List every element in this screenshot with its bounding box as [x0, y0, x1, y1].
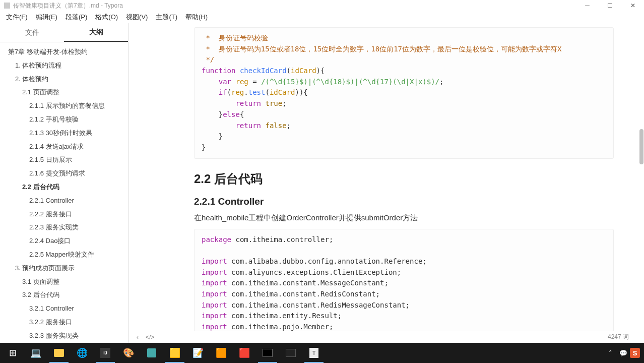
code-method: test: [248, 88, 266, 96]
heading-3[interactable]: 2.2.1 Controller: [194, 196, 614, 207]
back-icon[interactable]: ‹: [137, 334, 139, 341]
menu-edit[interactable]: 编辑(E): [32, 12, 61, 23]
taskbar-chrome[interactable]: 🌐: [71, 343, 94, 363]
code-block-java[interactable]: package com.itheima.controller; import c…: [194, 229, 614, 343]
status-bar: ‹ </> 4247 词: [128, 331, 644, 343]
outline-item[interactable]: 2.2.1 Controller: [0, 194, 128, 208]
source-code-icon[interactable]: </>: [146, 334, 154, 341]
tray-ime-icon[interactable]: S: [630, 348, 640, 358]
sidebar-tab-file[interactable]: 文件: [0, 24, 64, 41]
outline-item[interactable]: 2.1.3 30秒倒计时效果: [0, 127, 128, 140]
outline-item[interactable]: 2.2.3 服务实现类: [0, 221, 128, 234]
code-keyword: return: [235, 99, 261, 107]
scrollbar-thumb[interactable]: [639, 129, 643, 164]
code-bool: false: [265, 122, 286, 130]
outline-item[interactable]: 2. 体检预约: [0, 73, 128, 86]
app-icon: [4, 3, 10, 9]
sidebar-tabs: 文件 大纲: [0, 23, 128, 42]
outline-item[interactable]: 2.1.4 发送ajax请求: [0, 140, 128, 154]
window-titlebar: 传智健康项目讲义（第7章）.md - Typora ─ ☐ ✕: [0, 0, 644, 11]
code-keyword: if: [219, 88, 227, 96]
close-button[interactable]: ✕: [621, 0, 644, 11]
taskbar-editplus[interactable]: 🟧: [210, 343, 233, 363]
taskbar-idea[interactable]: IJ: [94, 343, 117, 363]
code-regex: /(^\d{15}$)|(^\d{18}$)|(^\d{17}(\d|X|x)$…: [261, 78, 439, 86]
minimize-button[interactable]: ─: [576, 0, 599, 11]
menu-view[interactable]: 视图(V): [122, 12, 152, 23]
menu-help[interactable]: 帮助(H): [181, 12, 212, 23]
heading-2[interactable]: 2.2 后台代码: [194, 171, 614, 187]
code-var: reg: [235, 78, 248, 86]
outline-item[interactable]: 3.2.3 服务实现类: [0, 329, 128, 343]
menu-format[interactable]: 格式(O): [91, 12, 122, 23]
outline-item[interactable]: 1. 体检预约流程: [0, 59, 128, 73]
window-title: 传智健康项目讲义（第7章）.md - Typora: [13, 2, 576, 10]
code-comment: * 身份证号码为15位或者18位，15位时全为数字，18位前17位为数字，最后一…: [202, 45, 561, 53]
sidebar-tab-outline[interactable]: 大纲: [64, 24, 128, 42]
system-tray: ˄ 💬 S: [604, 343, 644, 363]
taskbar-wm[interactable]: [279, 343, 302, 363]
outline-item[interactable]: 2.2 后台代码: [0, 180, 128, 194]
outline-item[interactable]: 2.1.6 提交预约请求: [0, 167, 128, 180]
tray-action-center-icon[interactable]: 💬: [617, 343, 630, 363]
start-button[interactable]: ⊞: [1, 343, 24, 363]
taskbar-xshell[interactable]: 🟨: [163, 343, 186, 363]
code-keyword: function: [202, 67, 235, 75]
code-block-js[interactable]: * 身份证号码校验 * 身份证号码为15位或者18位，15位时全为数字，18位前…: [194, 27, 614, 159]
code-fn-name: checkIdCard: [240, 67, 287, 75]
outline-item[interactable]: 第7章 移动端开发-体检预约: [0, 45, 128, 59]
menu-theme[interactable]: 主题(T): [152, 12, 181, 23]
tray-chevron-up-icon[interactable]: ˄: [604, 343, 617, 363]
taskbar-paint[interactable]: 🎨: [117, 343, 140, 363]
outline-item[interactable]: 3. 预约成功页面展示: [0, 262, 128, 275]
code-var: reg: [231, 88, 244, 96]
outline-item[interactable]: 2.2.5 Mapper映射文件: [0, 248, 128, 262]
code-comment: * 身份证号码校验: [202, 34, 268, 42]
taskbar-cmd[interactable]: [256, 343, 279, 363]
taskbar-search[interactable]: 💻: [24, 343, 47, 363]
word-count[interactable]: 4247 词: [608, 333, 629, 341]
outline-item[interactable]: 3.2.1 Controller: [0, 302, 128, 316]
menu-file[interactable]: 文件(F): [2, 12, 32, 23]
paragraph[interactable]: 在health_mobile工程中创建OrderController并提供sub…: [194, 213, 614, 223]
outline-item[interactable]: 2.1.1 展示预约的套餐信息: [0, 99, 128, 113]
taskbar-notepad[interactable]: 📝: [186, 343, 210, 363]
code-keyword: var: [219, 78, 231, 86]
outline-panel[interactable]: 第7章 移动端开发-体检预约1. 体检预约流程2. 体检预约2.1 页面调整2.…: [0, 42, 128, 343]
outline-item[interactable]: 2.1.5 日历展示: [0, 153, 128, 167]
menu-paragraph[interactable]: 段落(P): [61, 12, 91, 23]
outline-item[interactable]: 3.1 页面调整: [0, 275, 128, 289]
taskbar-vm[interactable]: 🟥: [233, 343, 256, 363]
code-keyword: return: [235, 122, 261, 130]
taskbar-typora[interactable]: T: [302, 343, 326, 363]
outline-item[interactable]: 2.1.2 手机号校验: [0, 113, 128, 127]
code-param: idCard: [291, 67, 316, 75]
outline-item[interactable]: 2.2.2 服务接口: [0, 208, 128, 221]
code-keyword: else: [223, 110, 240, 118]
sidebar: 文件 大纲 第7章 移动端开发-体检预约1. 体检预约流程2. 体检预约2.1 …: [0, 23, 128, 343]
outline-item[interactable]: 2.1 页面调整: [0, 86, 128, 99]
outline-item[interactable]: 3.2.2 服务接口: [0, 316, 128, 329]
outline-item[interactable]: 3.2 后台代码: [0, 288, 128, 302]
maximize-button[interactable]: ☐: [599, 0, 621, 11]
code-comment: */: [202, 55, 214, 64]
windows-taskbar: ⊞ 💻 🌐 IJ 🎨 🟨 📝 🟧 🟥 T ˄ 💬 S: [0, 343, 644, 363]
editor-area[interactable]: * 身份证号码校验 * 身份证号码为15位或者18位，15位时全为数字，18位前…: [128, 23, 644, 343]
code-bool: true: [265, 99, 282, 107]
taskbar-explorer[interactable]: [47, 343, 71, 363]
outline-item[interactable]: 2.2.4 Dao接口: [0, 234, 128, 248]
taskbar-snipaste[interactable]: [140, 343, 163, 363]
editor-scrollbar[interactable]: [639, 23, 644, 356]
menu-bar: 文件(F) 编辑(E) 段落(P) 格式(O) 视图(V) 主题(T) 帮助(H…: [0, 11, 644, 23]
code-arg: idCard: [270, 88, 295, 96]
